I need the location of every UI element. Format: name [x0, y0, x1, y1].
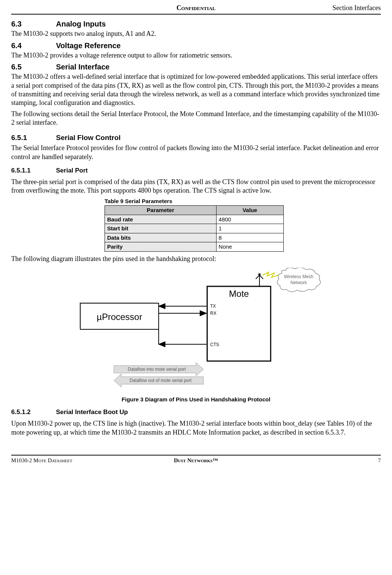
svg-line-11 — [259, 275, 263, 279]
heading-num: 6.5.1.1 — [11, 167, 56, 175]
param-name: Baud rate — [105, 215, 217, 224]
param-name: Data bits — [105, 233, 217, 242]
heading-num: 6.4 — [11, 41, 56, 50]
handshaking-diagram: µProcessor Mote TX RX CTS Wireless Mesh … — [11, 268, 381, 393]
table-header-parameter: Parameter — [105, 206, 217, 215]
heading-title: Serial Port — [56, 167, 88, 174]
param-name: Start bit — [105, 224, 217, 233]
heading-6-3: 6.3Analog Inputs — [11, 19, 381, 29]
heading-num: 6.5.1.2 — [11, 408, 56, 416]
param-value: 8 — [216, 233, 283, 242]
footer-page-number: 7 — [378, 457, 381, 464]
footer-center: Dust Networks™ — [174, 457, 218, 464]
table-row: Start bit 1 — [105, 224, 284, 233]
heading-title: Serial Interface — [56, 63, 109, 71]
page-footer: M1030-2 Mote Datasheet Dust Networks™ 7 — [11, 455, 381, 464]
mote-label: Mote — [229, 289, 249, 299]
svg-point-12 — [258, 273, 261, 276]
table-row: Parity None — [105, 242, 284, 252]
uprocessor-box: µProcessor — [79, 302, 159, 329]
table-header-value: Value — [216, 206, 283, 215]
heading-6-5-1-2: 6.5.1.2Serial Interface Boot Up — [11, 408, 381, 416]
heading-title: Analog Inputs — [56, 20, 106, 28]
heading-6-5-1: 6.5.1Serial Flow Control — [11, 133, 381, 143]
paragraph: Upon M1030-2 power up, the CTS line is h… — [11, 419, 381, 437]
rx-label: RX — [210, 311, 217, 316]
wireless-cloud: Wireless Mesh Network — [277, 268, 321, 292]
heading-title: Serial Interface Boot Up — [56, 408, 128, 416]
param-value: 1 — [216, 224, 283, 233]
dataflow-in-label: Dataflow into mote serial port — [128, 367, 186, 372]
cts-label: CTS — [210, 342, 219, 347]
header-confidential: Confidential — [177, 4, 216, 12]
dataflow-out-label: Dataflow out of mote serial port — [130, 378, 192, 383]
param-value: None — [216, 242, 283, 252]
uprocessor-label: µProcessor — [97, 312, 142, 322]
svg-line-10 — [256, 275, 259, 279]
paragraph: The M1030-2 offers a well-defined serial… — [11, 72, 381, 108]
heading-num: 6.3 — [11, 19, 56, 29]
heading-title: Serial Flow Control — [56, 134, 121, 142]
heading-6-5: 6.5Serial Interface — [11, 62, 381, 72]
svg-text:Network: Network — [290, 280, 307, 285]
table-caption: Table 9 Serial Parameters — [105, 198, 381, 205]
paragraph: The following sections detail the Serial… — [11, 110, 381, 127]
heading-num: 6.5 — [11, 62, 56, 72]
lightning-icon — [262, 272, 280, 277]
heading-6-4: 6.4Voltage Reference — [11, 41, 381, 50]
heading-title: Voltage Reference — [56, 41, 121, 50]
serial-parameters-table: Parameter Value Baud rate 4800 Start bit… — [105, 205, 284, 252]
page-header: Confidential Section Interfaces — [11, 4, 381, 15]
param-value: 4800 — [216, 215, 283, 224]
tx-label: TX — [210, 304, 216, 309]
table-row: Baud rate 4800 — [105, 215, 284, 224]
mote-box: Mote TX RX CTS — [206, 285, 271, 361]
header-section: Section Interfaces — [333, 4, 381, 12]
paragraph: The M1030-2 supports two analog inputs, … — [11, 29, 381, 38]
heading-6-5-1-1: 6.5.1.1Serial Port — [11, 167, 381, 175]
paragraph: The Serial Interface Protocol provides f… — [11, 144, 381, 161]
dataflow-in-arrow: Dataflow into mote serial port — [114, 363, 203, 376]
footer-left: M1030-2 Mote Datasheet — [11, 457, 72, 464]
heading-num: 6.5.1 — [11, 133, 56, 143]
dataflow-out-arrow: Dataflow out of mote serial port — [114, 374, 203, 387]
paragraph: The three-pin serial port is comprised o… — [11, 178, 381, 195]
figure-caption: Figure 3 Diagram of Pins Used in Handsha… — [11, 396, 381, 403]
paragraph: The following diagram illustrates the pi… — [11, 255, 381, 263]
svg-text:Wireless Mesh: Wireless Mesh — [284, 274, 314, 279]
paragraph: The M1030-2 provides a voltage reference… — [11, 51, 381, 60]
table-row: Data bits 8 — [105, 233, 284, 242]
param-name: Parity — [105, 242, 217, 252]
antenna-icon — [256, 273, 263, 286]
